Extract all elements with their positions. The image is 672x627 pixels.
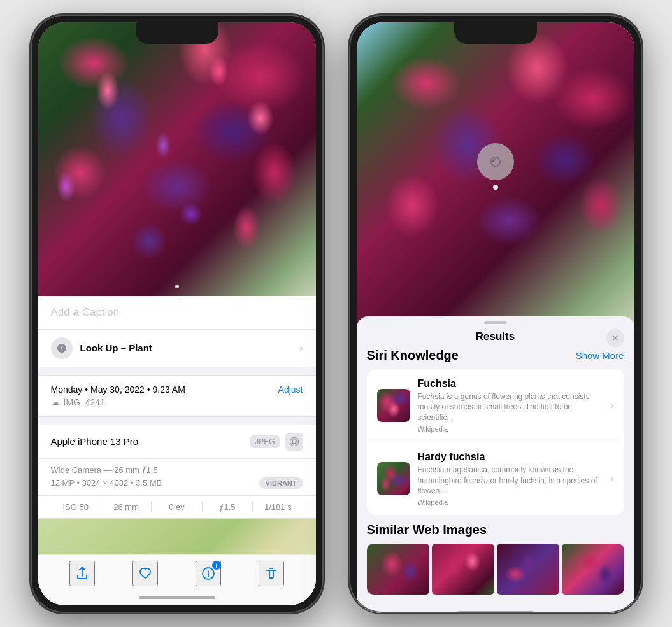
settings-icon[interactable]: [285, 433, 303, 451]
hardy-fuchsia-text: Hardy fuchsia Fuchsia magellanica, commo…: [418, 451, 603, 506]
siri-knowledge-title: Siri Knowledge: [367, 348, 459, 363]
notch: [136, 22, 218, 44]
lookup-bold: Look Up –: [80, 342, 127, 353]
close-icon: ✕: [611, 333, 619, 343]
device-name: Apple iPhone 13 Pro: [51, 436, 139, 447]
exif-ev: 0 ev: [152, 502, 202, 512]
notch-2: [454, 22, 537, 44]
filename-label: IMG_4241: [64, 397, 105, 407]
results-content: Siri Knowledge Show More Fuchsia Fuchsia…: [357, 348, 634, 595]
similar-image-4[interactable]: [562, 544, 624, 595]
similar-image-2[interactable]: [432, 544, 494, 595]
vibrant-badge: VIBRANT: [259, 477, 303, 489]
results-close-button[interactable]: ✕: [606, 329, 624, 347]
hardy-fuchsia-source: Wikipedia: [418, 498, 603, 506]
fuchsia-source: Wikipedia: [418, 425, 603, 433]
meta-section: Monday • May 30, 2022 • 9:23 AM Adjust ☁…: [38, 375, 316, 417]
hardy-fuchsia-name: Hardy fuchsia: [418, 451, 603, 463]
info-badge: [212, 561, 221, 570]
knowledge-card: Fuchsia Fuchsia is a genus of flowering …: [367, 369, 624, 516]
device-row: Apple iPhone 13 Pro JPEG: [38, 425, 316, 459]
page-indicator-dot: [175, 285, 179, 288]
exif-aperture: ƒ1.5: [203, 502, 253, 512]
visual-search-button[interactable]: [477, 143, 514, 180]
format-badge: JPEG: [250, 435, 280, 448]
exif-row: ISO 50 26 mm 0 ev ƒ1.5 1/181 s: [38, 496, 316, 519]
caption-area[interactable]: Add a Caption: [38, 296, 316, 330]
hardy-fuchsia-description: Fuchsia magellanica, commonly known as t…: [418, 465, 603, 497]
results-header: Results ✕: [357, 324, 634, 348]
exif-focal: 26 mm: [101, 502, 152, 512]
phone-2: Results ✕ Siri Knowledge Show More: [349, 15, 642, 613]
fuchsia-description: Fuchsia is a genus of flowering plants t…: [418, 391, 603, 423]
caption-placeholder: Add a Caption: [51, 306, 120, 318]
phone-1-screen: Add a Caption Look Up – Plant ›: [38, 22, 316, 605]
device-badges: JPEG: [250, 433, 303, 451]
svg-point-0: [292, 440, 296, 444]
favorite-button[interactable]: [132, 561, 158, 586]
photo-image[interactable]: [38, 22, 316, 296]
lookup-chevron-icon: ›: [299, 342, 303, 354]
fuchsia-thumb-image: [377, 389, 410, 422]
camera-details: Wide Camera — 26 mm ƒ1.5 12 MP • 3024 × …: [38, 459, 316, 496]
device-section: Apple iPhone 13 Pro JPEG: [38, 425, 316, 519]
similar-image-3[interactable]: [497, 544, 559, 595]
results-title: Results: [476, 330, 515, 343]
lookup-row[interactable]: Look Up – Plant ›: [38, 330, 316, 367]
fuchsia-chevron-icon: ›: [610, 400, 613, 411]
visual-search-dot: [493, 185, 498, 190]
siri-knowledge-header: Siri Knowledge Show More: [367, 348, 624, 363]
lookup-icon: [51, 337, 73, 359]
knowledge-item-hardy-fuchsia[interactable]: Hardy fuchsia Fuchsia magellanica, commo…: [367, 442, 624, 515]
hardy-thumb-image: [377, 462, 410, 495]
camera-specs: 12 MP • 3024 × 4032 • 3.5 MB: [51, 478, 162, 488]
exif-shutter: 1/181 s: [253, 502, 303, 512]
exif-iso: ISO 50: [51, 502, 101, 512]
camera-line1: Wide Camera — 26 mm ƒ1.5: [51, 465, 303, 475]
delete-button[interactable]: [259, 561, 284, 586]
adjust-button[interactable]: Adjust: [278, 384, 303, 395]
fuchsia-text: Fuchsia Fuchsia is a genus of flowering …: [418, 378, 603, 433]
hardy-fuchsia-chevron-icon: ›: [610, 473, 613, 484]
fuchsia-name: Fuchsia: [418, 378, 603, 390]
photo-image-2[interactable]: [357, 22, 634, 328]
knowledge-item-fuchsia[interactable]: Fuchsia Fuchsia is a genus of flowering …: [367, 369, 624, 442]
phones-container: Add a Caption Look Up – Plant ›: [18, 2, 655, 626]
lookup-label: Look Up – Plant: [80, 342, 152, 353]
phone-2-screen: Results ✕ Siri Knowledge Show More: [357, 22, 634, 613]
cloud-icon: ☁: [51, 397, 60, 407]
hardy-fuchsia-thumbnail: [377, 462, 410, 495]
similar-images-title: Similar Web Images: [367, 523, 624, 537]
similar-images-grid: [367, 544, 624, 595]
share-button[interactable]: [69, 561, 95, 586]
photo-date: Monday • May 30, 2022 • 9:23 AM: [51, 384, 185, 395]
results-panel: Results ✕ Siri Knowledge Show More: [357, 316, 634, 613]
lookup-plain: Plant: [126, 342, 152, 353]
similar-image-1[interactable]: [367, 544, 429, 595]
svg-point-1: [290, 437, 298, 446]
phone-1: Add a Caption Look Up – Plant ›: [31, 15, 324, 613]
fuchsia-thumbnail: [377, 389, 410, 422]
flower-details: [38, 22, 316, 296]
home-indicator-2: [457, 611, 534, 613]
info-button[interactable]: [196, 561, 221, 586]
show-more-button[interactable]: Show More: [576, 350, 624, 361]
home-indicator: [139, 596, 215, 599]
